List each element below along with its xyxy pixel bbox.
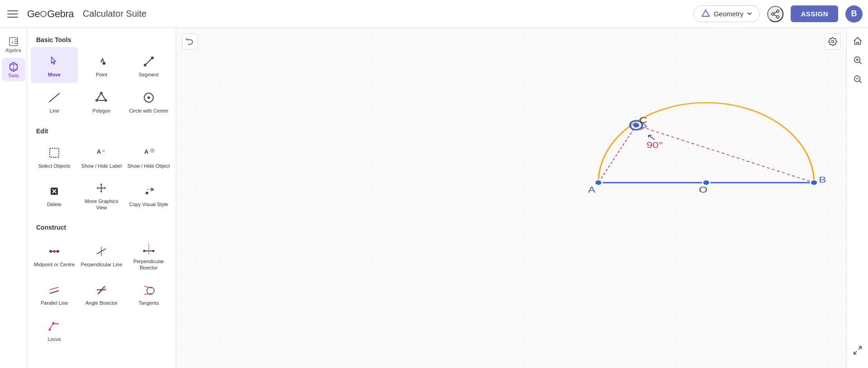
svg-point-57 bbox=[49, 329, 51, 331]
perpendicular-line-label: Perpendicular Line bbox=[81, 261, 123, 268]
tool-show-hide-object[interactable]: A Show / Hide Object bbox=[125, 138, 172, 175]
assign-button[interactable]: ASSIGN bbox=[791, 5, 838, 22]
svg-line-77 bbox=[859, 62, 861, 64]
sidebar-item-tools[interactable]: Tools bbox=[2, 58, 25, 81]
home-button[interactable] bbox=[849, 33, 866, 50]
tool-delete[interactable]: Delete bbox=[31, 175, 78, 216]
svg-text:A: A bbox=[588, 185, 596, 194]
tool-perpendicular-line[interactable]: Perpendicular Line bbox=[78, 235, 125, 276]
svg-rect-26 bbox=[50, 148, 59, 157]
copy-visual-style-label: Copy Visual Style bbox=[129, 201, 168, 208]
svg-point-22 bbox=[104, 99, 107, 102]
basic-tools-grid: Move A Point bbox=[27, 47, 176, 119]
svg-text:A: A bbox=[144, 148, 149, 155]
main-area: a Algebra Tools Basic Tools bbox=[0, 28, 868, 368]
tool-perpendicular-bisector[interactable]: Perpendicular Bisector bbox=[125, 235, 172, 276]
user-avatar[interactable]: B bbox=[845, 5, 863, 23]
svg-text:↖: ↖ bbox=[646, 132, 657, 142]
segment-label: Segment bbox=[139, 71, 159, 78]
svg-line-62 bbox=[636, 125, 814, 183]
svg-point-2 bbox=[772, 13, 774, 15]
header: GeGebra Calculator Suite Geometry ASSIGN… bbox=[0, 0, 868, 28]
logo[interactable]: GeGebra bbox=[27, 8, 74, 20]
tool-copy-visual-style[interactable]: Copy Visual Style bbox=[125, 175, 172, 216]
svg-line-81 bbox=[858, 347, 861, 349]
basic-tools-title: Basic Tools bbox=[27, 28, 176, 47]
canvas-area[interactable]: 90° A O B C ↖ bbox=[176, 28, 846, 368]
tool-locus[interactable]: Locus bbox=[31, 311, 78, 348]
svg-line-19 bbox=[49, 93, 60, 102]
perpendicular-line-icon bbox=[95, 243, 108, 259]
delete-label: Delete bbox=[47, 201, 61, 208]
tool-tangents[interactable]: Tangents bbox=[125, 275, 172, 311]
copy-visual-style-icon bbox=[142, 183, 155, 199]
move-icon bbox=[48, 53, 61, 70]
share-button[interactable] bbox=[767, 6, 783, 22]
svg-line-80 bbox=[859, 81, 861, 83]
svg-point-23 bbox=[95, 99, 98, 102]
edit-tools-grid: Select Objects A A Show / Hide Label A bbox=[27, 138, 176, 216]
svg-line-18 bbox=[146, 59, 151, 64]
move-label: Move bbox=[48, 71, 61, 78]
locus-icon bbox=[48, 318, 61, 334]
chevron-down-icon bbox=[747, 10, 752, 18]
share-icon bbox=[770, 9, 780, 19]
svg-point-31 bbox=[151, 150, 153, 151]
tools-panel: Basic Tools Move A Point bbox=[27, 28, 176, 368]
geometry-selector-button[interactable]: Geometry bbox=[693, 5, 760, 22]
tangents-label: Tangents bbox=[139, 300, 159, 306]
midpoint-or-centre-icon bbox=[48, 243, 61, 259]
polygon-icon bbox=[95, 90, 108, 106]
svg-point-21 bbox=[100, 92, 103, 94]
svg-point-68 bbox=[811, 180, 818, 185]
svg-point-25 bbox=[147, 96, 150, 99]
edit-title: Edit bbox=[27, 119, 176, 138]
tool-polygon[interactable]: Polygon bbox=[78, 83, 125, 119]
tool-select-objects[interactable]: Select Objects bbox=[31, 138, 78, 175]
perpendicular-bisector-label: Perpendicular Bisector bbox=[127, 258, 170, 271]
tool-parallel-line[interactable]: Parallel Line bbox=[31, 275, 78, 311]
tool-point[interactable]: A Point bbox=[78, 47, 125, 83]
svg-point-66 bbox=[703, 180, 710, 185]
angle-bisector-label: Angle Bisector bbox=[85, 300, 118, 306]
geometry-triangle-icon bbox=[701, 9, 710, 19]
tool-segment[interactable]: Segment bbox=[125, 47, 172, 83]
segment-icon bbox=[142, 53, 155, 70]
construct-tools-grid: Midpoint or Centre Perpendicular Line bbox=[27, 235, 176, 348]
svg-point-64 bbox=[595, 180, 602, 185]
tool-circle-with-centre[interactable]: Circle with Centre bbox=[125, 83, 172, 119]
zoom-in-button[interactable] bbox=[849, 52, 866, 69]
geometry-label: Geometry bbox=[714, 10, 744, 18]
svg-point-41 bbox=[53, 250, 56, 253]
tool-line[interactable]: Line bbox=[31, 83, 78, 119]
show-hide-label-label: Show / Hide Label bbox=[81, 163, 122, 169]
tangents-icon bbox=[142, 282, 155, 298]
app-name: Calculator Suite bbox=[83, 9, 146, 19]
tool-show-hide-label[interactable]: A A Show / Hide Label bbox=[78, 138, 125, 175]
tool-move-graphics-view[interactable]: Move Graphics View bbox=[78, 175, 125, 216]
zoom-out-button[interactable] bbox=[849, 71, 866, 88]
canvas-toolbar bbox=[182, 33, 198, 50]
tool-angle-bisector[interactable]: Angle Bisector bbox=[78, 275, 125, 311]
algebra-icon: a bbox=[8, 36, 19, 47]
tool-move[interactable]: Move bbox=[31, 47, 78, 83]
svg-line-82 bbox=[854, 351, 856, 354]
fullscreen-button[interactable] bbox=[849, 342, 866, 359]
svg-text:A: A bbox=[97, 148, 101, 155]
svg-line-4 bbox=[774, 14, 777, 16]
svg-line-49 bbox=[50, 287, 59, 290]
select-objects-label: Select Objects bbox=[38, 163, 71, 169]
polygon-label: Polygon bbox=[93, 108, 111, 114]
show-hide-label-icon: A A bbox=[95, 145, 108, 161]
tool-midpoint-or-centre[interactable]: Midpoint or Centre bbox=[31, 235, 78, 276]
parallel-line-label: Parallel Line bbox=[41, 300, 68, 306]
move-graphics-view-label: Move Graphics View bbox=[80, 198, 123, 211]
svg-line-5 bbox=[774, 11, 777, 13]
svg-point-47 bbox=[152, 250, 154, 252]
sidebar-item-algebra[interactable]: a Algebra bbox=[2, 33, 25, 56]
locus-label: Locus bbox=[47, 336, 61, 342]
circle-with-centre-icon bbox=[142, 90, 155, 106]
settings-button[interactable] bbox=[825, 33, 841, 50]
menu-button[interactable] bbox=[5, 7, 20, 21]
undo-button[interactable] bbox=[182, 33, 198, 50]
